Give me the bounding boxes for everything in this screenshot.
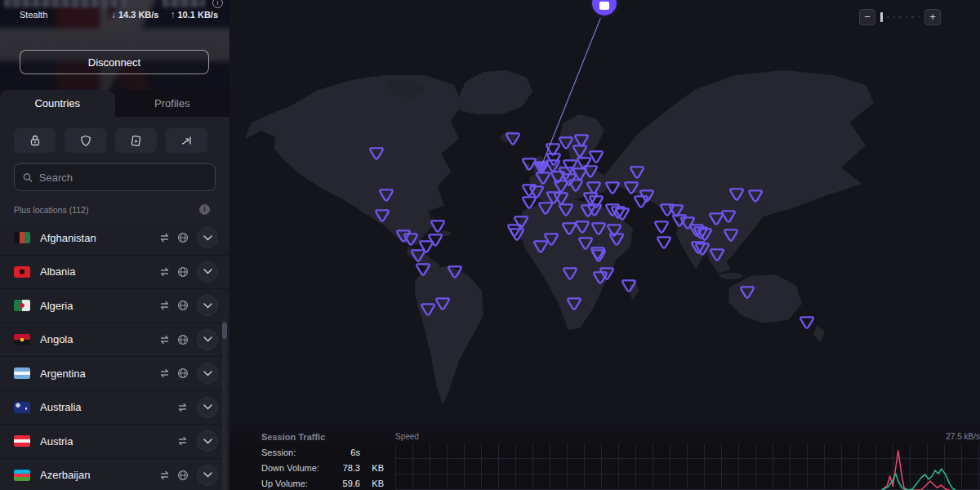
p2p-swap-icon [158,368,171,378]
country-flag-icon [14,435,30,447]
p2p-swap-icon [158,267,171,277]
lock-glyph-icon [599,2,609,10]
country-row[interactable]: Angola [0,323,229,358]
zoom-level-dot[interactable] [906,16,908,19]
chevron-down-icon [203,472,212,478]
country-flag-icon [14,368,30,379]
speed-chart-lines [395,443,980,490]
country-row[interactable]: Austria [0,425,229,459]
country-flag-icon [14,334,30,345]
tab-profiles[interactable]: Profiles [115,90,230,117]
expand-country-button[interactable] [197,329,218,350]
traffic-unit: KB [360,479,384,488]
session-traffic-title: Session Traffic [261,432,384,442]
tab-countries[interactable]: Countries [0,90,115,117]
traffic-label: Session: [261,448,332,457]
country-row[interactable]: Argentina [0,357,229,391]
search-input[interactable] [39,172,207,184]
streaming-icon[interactable] [115,128,157,153]
smart-routing-globe-icon [177,470,189,481]
chevron-down-icon [203,269,212,274]
country-row[interactable]: Albania [0,256,229,290]
expand-country-button[interactable] [197,430,218,452]
server-pin[interactable] [590,151,602,162]
country-flag-icon [14,266,30,278]
traffic-value: 78.3 [332,463,360,473]
plus-locations-label: Plus locations (112) [14,205,88,215]
server-pin[interactable] [657,237,670,247]
smart-routing-globe-icon [177,368,189,379]
zoom-slider[interactable] [880,12,920,22]
country-name: Austria [40,435,176,448]
server-pin[interactable] [523,197,535,207]
traffic-unit [360,448,384,457]
session-traffic-row: Down Volume: 78.3 KB [261,463,384,473]
sidebar: i Stealth ↓14.3 KB/s ↑10.1 KB/s Disconne… [0,0,229,490]
connection-header: i Stealth ↓14.3 KB/s ↑10.1 KB/s Disconne… [0,0,229,90]
chevron-down-icon [203,404,212,410]
zoom-level-dot[interactable] [918,16,920,19]
zoom-in-button[interactable]: + [924,9,941,25]
info-icon[interactable]: i [212,0,223,8]
country-row[interactable]: Afghanistan [0,221,229,256]
upload-speed-line [882,469,956,490]
speed-scale-label: 27.5 kB/s [946,432,980,441]
lock-icon[interactable] [14,128,56,153]
zoom-slider-handle[interactable] [880,12,883,22]
smart-routing-globe-icon [177,266,189,278]
traffic-label: Up Volume: [261,479,332,488]
country-list: Afghanistan Albania Algeria A [0,221,229,490]
zoom-level-dot[interactable] [899,16,902,19]
country-row[interactable]: Australia [0,391,229,425]
download-arrow-icon: ↓ [111,9,116,20]
speed-chart-grid [395,443,980,490]
disconnect-button[interactable]: Disconnect [20,50,209,74]
connected-home-marker[interactable] [590,0,618,17]
chevron-down-icon [203,235,212,241]
upload-arrow-icon: ↑ [170,9,175,20]
p2p-arrow-icon[interactable] [166,128,207,153]
expand-country-button[interactable] [197,227,218,248]
country-name: Albania [40,265,158,278]
country-name: Afghanistan [40,232,158,244]
expand-country-button[interactable] [197,363,218,384]
smart-routing-globe-icon [177,232,189,243]
server-pin[interactable] [429,234,441,245]
expand-country-button[interactable] [197,261,218,283]
shield-icon[interactable] [65,128,106,153]
country-flag-icon [14,232,30,243]
chevron-down-icon [203,303,212,309]
traffic-label: Down Volume: [261,463,332,473]
upload-speed: 10.1 KB/s [177,10,218,20]
zoom-level-dot[interactable] [893,16,896,19]
sidebar-scrollbar [222,319,227,490]
server-pin[interactable] [431,220,443,231]
country-flag-icon [14,470,30,481]
country-row[interactable]: Azerbaijan [0,459,229,490]
country-name: Argentina [40,368,158,380]
protocol-label: Stealth [20,10,47,20]
ip-address-redacted [163,0,205,7]
server-pin[interactable] [655,221,667,232]
expand-country-button[interactable] [197,295,218,316]
server-pin[interactable] [800,317,813,327]
p2p-swap-icon [158,301,171,310]
session-traffic-panel: Session Traffic Session: 6s Down Volume:… [261,432,384,490]
country-flag-icon [14,300,30,311]
smart-routing-globe-icon [177,334,189,345]
server-name-redacted [4,0,128,7]
expand-country-button[interactable] [197,465,218,486]
session-traffic-row: Up Volume: 59.6 KB [261,479,384,488]
zoom-out-button[interactable]: − [859,9,875,25]
traffic-value: 6s [332,448,360,457]
sidebar-scrollbar-thumb[interactable] [222,323,227,339]
chevron-down-icon [203,336,212,342]
search-box [14,163,216,191]
locations-info-icon[interactable]: i [199,204,210,215]
expand-country-button[interactable] [197,397,218,418]
country-row[interactable]: Algeria [0,289,229,323]
zoom-level-dot[interactable] [887,16,889,19]
traffic-unit: KB [360,463,384,473]
speed-chart-panel: Speed 27.5 kB/s [395,432,980,490]
zoom-level-dot[interactable] [911,16,914,19]
